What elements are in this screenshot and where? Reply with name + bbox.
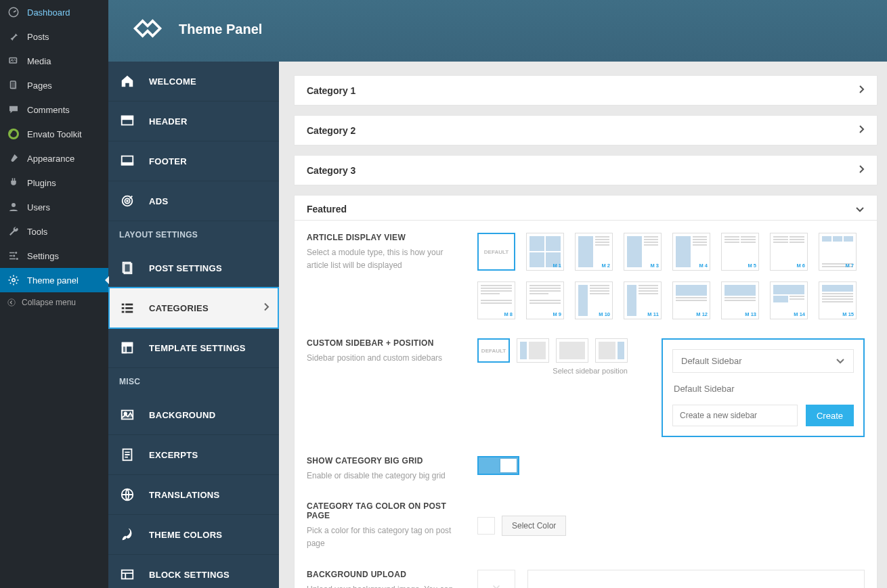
svg-point-10: [8, 299, 16, 307]
sliders-icon: [7, 249, 20, 263]
wp-menu-posts[interactable]: Posts: [0, 24, 108, 49]
module-9[interactable]: M 9: [526, 281, 564, 319]
wp-menu-theme-panel[interactable]: Theme panel: [0, 268, 108, 292]
wp-menu-label: Theme panel: [27, 275, 79, 286]
sidebar-option[interactable]: Default Sidebar: [672, 380, 854, 398]
module-default[interactable]: DEFAULT: [477, 233, 515, 271]
panel-nav-label: CATEGORIES: [149, 303, 209, 313]
svg-rect-22: [122, 307, 125, 309]
wp-menu-plugins[interactable]: Plugins: [0, 171, 108, 195]
setting-heading: CUSTOM SIDEBAR + POSITION: [307, 338, 456, 348]
svg-point-17: [127, 200, 128, 202]
tag-color-swatch[interactable]: [477, 517, 495, 535]
chevron-down-icon: [836, 356, 845, 366]
custom-sidebar-box: Default Sidebar Default Sidebar Create: [662, 338, 865, 437]
accordion-label: Category 3: [307, 165, 355, 176]
panel-nav-label: TRANSLATIONS: [149, 490, 219, 500]
wp-menu-label: Envato Toolkit: [27, 129, 82, 139]
upload-thumbnail[interactable]: [477, 570, 515, 588]
module-3[interactable]: M 3: [624, 233, 662, 271]
accordion-label: Category 2: [307, 125, 355, 136]
document-icon: [118, 447, 137, 463]
accordion-category-2[interactable]: Category 2: [294, 115, 878, 145]
module-12[interactable]: M 12: [672, 281, 710, 319]
accordion-label: Featured: [307, 204, 347, 214]
module-10[interactable]: M 10: [575, 281, 613, 319]
wp-menu-pages[interactable]: Pages: [0, 73, 108, 97]
panel-nav-excerpts[interactable]: EXCERPTS: [108, 435, 279, 475]
panel-nav: WELCOME HEADER FOOTER ADS LAYOUT SETTING…: [108, 62, 279, 588]
setting-description: Select a module type, this is how your a…: [307, 246, 456, 272]
media-icon: [7, 54, 20, 68]
select-color-button[interactable]: Select Color: [502, 516, 566, 536]
svg-point-7: [13, 255, 15, 257]
svg-rect-23: [125, 307, 133, 309]
svg-point-5: [12, 203, 16, 207]
module-1[interactable]: M 1: [526, 233, 564, 271]
module-13[interactable]: M 13: [721, 281, 759, 319]
template-icon: [118, 340, 137, 356]
create-sidebar-input[interactable]: [672, 405, 798, 426]
wp-menu-comments[interactable]: Comments: [0, 97, 108, 122]
panel-nav-post-settings[interactable]: POST SETTINGS: [108, 248, 279, 288]
wp-menu-label: Settings: [27, 251, 59, 261]
header-icon: [118, 113, 137, 129]
wp-menu-dashboard[interactable]: Dashboard: [0, 0, 108, 24]
wp-menu-tools[interactable]: Tools: [0, 219, 108, 244]
panel-nav-section-layout: LAYOUT SETTINGS: [108, 221, 279, 248]
sidebar-pos-none[interactable]: [556, 338, 588, 363]
row-article-display: ARTICLE DISPLAY VIEW Select a module typ…: [307, 233, 865, 319]
svg-rect-24: [122, 311, 125, 313]
featured-panel: ARTICLE DISPLAY VIEW Select a module typ…: [294, 221, 878, 588]
wp-menu-settings[interactable]: Settings: [0, 244, 108, 268]
desc-big-grid: SHOW CATEGORY BIG GRID Enable or disable…: [307, 456, 456, 482]
panel-nav-label: BACKGROUND: [149, 410, 215, 420]
create-sidebar-button[interactable]: Create: [806, 405, 854, 426]
module-8[interactable]: M 8: [477, 281, 515, 319]
module-7[interactable]: M 7: [819, 233, 857, 271]
setting-description: Upload your background image. You can us…: [307, 583, 456, 588]
chevron-right-icon: [858, 85, 865, 96]
module-tiles: DEFAULTM 1M 2M 3M 4M 5M 6M 7M 8M 9M 10M …: [477, 233, 865, 319]
module-14[interactable]: M 14: [770, 281, 808, 319]
panel-nav-label: FOOTER: [149, 156, 187, 166]
setting-description: Pick a color for this category tag on po…: [307, 524, 456, 550]
accordion-featured-header[interactable]: Featured: [294, 195, 878, 221]
panel-nav-translations[interactable]: TRANSLATIONS: [108, 475, 279, 515]
panel-nav-ads[interactable]: ADS: [108, 181, 279, 221]
module-11[interactable]: M 11: [624, 281, 662, 319]
panel-nav-welcome[interactable]: WELCOME: [108, 62, 279, 101]
module-5[interactable]: M 5: [721, 233, 759, 271]
module-4[interactable]: M 4: [672, 233, 710, 271]
module-15[interactable]: M 15: [819, 281, 857, 319]
panel-nav-categories[interactable]: CATEGORIES: [108, 288, 279, 328]
module-2[interactable]: M 2: [575, 233, 613, 271]
wp-menu-users[interactable]: Users: [0, 195, 108, 219]
wp-menu-appearance[interactable]: Appearance: [0, 146, 108, 171]
sidebar-pos-right[interactable]: [595, 338, 628, 363]
panel-nav-template-settings[interactable]: TEMPLATE SETTINGS: [108, 328, 279, 368]
panel-nav-block-settings[interactable]: BLOCK SETTINGS: [108, 555, 279, 588]
big-grid-toggle[interactable]: [477, 456, 519, 475]
sidebar-pos-default[interactable]: DEFAULT: [477, 338, 510, 363]
sidebar-select[interactable]: Default Sidebar: [672, 349, 854, 373]
pin-icon: [7, 30, 20, 43]
panel-nav-background[interactable]: BACKGROUND: [108, 395, 279, 435]
svg-rect-14: [122, 163, 133, 165]
sidebar-pos-left[interactable]: [517, 338, 549, 363]
upload-path-input[interactable]: [527, 570, 865, 588]
wp-menu-envato[interactable]: Envato Toolkit: [0, 122, 108, 146]
module-6[interactable]: M 6: [770, 233, 808, 271]
wp-collapse-menu[interactable]: Collapse menu: [0, 292, 108, 313]
panel-nav-header[interactable]: HEADER: [108, 101, 279, 141]
panel-nav-label: BLOCK SETTINGS: [149, 570, 230, 580]
panel-nav-footer[interactable]: FOOTER: [108, 141, 279, 181]
accordion-category-3[interactable]: Category 3: [294, 155, 878, 185]
collapse-icon: [7, 298, 16, 307]
accordion-category-1[interactable]: Category 1: [294, 75, 878, 106]
wp-menu-label: Posts: [27, 32, 49, 42]
svg-point-9: [12, 279, 16, 282]
panel-nav-theme-colors[interactable]: THEME COLORS: [108, 515, 279, 555]
wp-menu-media[interactable]: Media: [0, 49, 108, 73]
list-icon: [118, 300, 137, 316]
